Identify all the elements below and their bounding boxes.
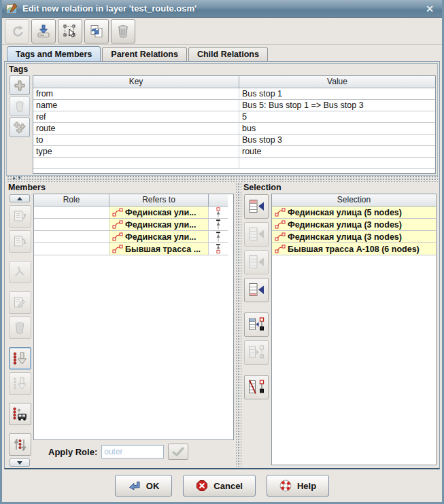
selection-row[interactable]: Фединская улица (3 nodes) [272,231,436,243]
connectivity-cell [209,243,228,255]
select-members-button[interactable] [244,312,269,337]
tag-value[interactable]: Bus 5: Bus stop 1 => Bus stop 3 [239,100,435,111]
cancel-button[interactable]: Cancel [183,475,256,497]
horizontal-splitter[interactable]: ▲▼ [6,176,438,182]
delete-relation-button[interactable] [111,19,135,43]
connectivity-cell [209,231,228,243]
close-icon[interactable]: ✕ [423,3,437,15]
selection-table-empty-area[interactable] [272,255,436,465]
add-selected-after-button[interactable] [9,347,31,370]
select-member-objects-button[interactable] [9,261,31,283]
tag-value[interactable]: bus [239,123,435,134]
selection-row[interactable]: Фединская улица (5 nodes) [272,206,436,219]
tag-key[interactable]: from [33,88,239,100]
way-icon [112,245,123,253]
copy-members-down-button[interactable] [9,230,31,253]
members-table-empty-area[interactable] [34,255,233,439]
tag-key[interactable]: to [33,134,239,146]
tag-key[interactable] [33,158,239,169]
add-selected-at-end-button[interactable] [9,372,31,395]
apply-changes-button[interactable] [31,19,56,43]
refresh-icon [10,24,24,39]
tag-key[interactable]: type [33,146,239,158]
help-lifebuoy-icon [279,480,292,492]
help-button[interactable]: Help [267,475,329,497]
tag-key[interactable]: route [33,123,239,134]
member-row[interactable]: Фединская ули... [34,206,233,219]
selection-item[interactable]: Бывшая трасса А-108 (6 nodes) [272,243,436,255]
tags-table[interactable]: Key Value from Bus stop 1 name Bus 5: Bu… [33,75,436,174]
member-role[interactable] [34,219,109,231]
vertical-splitter[interactable] [236,182,241,467]
ok-button[interactable]: OK [115,475,173,497]
scroll-up-button[interactable] [10,194,30,202]
tags-group: Tags [6,63,438,176]
add-selection-at-start-button[interactable] [244,194,269,219]
remove-selected-members-button[interactable] [244,375,269,399]
member-row[interactable]: Фединская ули... [34,219,233,231]
tag-row[interactable]: route bus [33,123,435,134]
add-selection-before-button[interactable] [244,222,269,247]
selection-table[interactable]: Selection [271,194,437,465]
selection-row[interactable]: Бывшая трасса А-108 (6 nodes) [272,243,436,255]
add-tag-button[interactable] [10,75,30,95]
edit-pencil-icon [12,295,27,310]
reverse-order-button[interactable] [9,433,31,456]
selection-item[interactable]: Фединская улица (5 nodes) [272,206,436,219]
delete-tag-button[interactable] [10,96,30,116]
scroll-down-button[interactable] [10,458,30,467]
selection-row[interactable]: Фединская улица (3 nodes) [272,219,436,231]
select-selection-from-members-button[interactable] [244,340,269,365]
tag-value[interactable] [239,158,435,169]
apply-role-button[interactable] [168,444,188,460]
add-selection-after-button[interactable] [244,250,269,274]
member-row[interactable]: Фединская ули... [34,231,233,243]
paste-tags-button[interactable] [10,118,30,137]
members-link-header [209,194,228,206]
title-bar[interactable]: Edit new relation in layer 'test_route.o… [2,0,442,18]
member-row[interactable]: Бывшая трасса ... [34,243,233,255]
duplicate-relation-button[interactable] [84,19,109,43]
tag-key[interactable]: ref [33,111,239,123]
role-input[interactable] [101,445,164,458]
refresh-button[interactable] [5,19,29,43]
way-icon [112,220,123,229]
add-selection-at-end-button[interactable] [244,278,269,302]
member-refers-to[interactable]: Фединская ули... [109,206,209,219]
tag-value[interactable]: Bus stop 3 [239,134,435,146]
tag-row-empty[interactable] [33,158,435,169]
copy-members-up-button[interactable] [9,205,31,228]
tab-parent-relations[interactable]: Parent Relations [102,47,187,61]
members-group: Members [6,182,236,467]
tag-key[interactable]: name [33,100,239,111]
tags-table-empty-area[interactable] [33,169,435,173]
tag-value[interactable]: 5 [239,111,435,123]
tag-row[interactable]: ref 5 [33,111,435,123]
tab-child-relations[interactable]: Child Relations [188,47,268,61]
select-in-map-icon [63,24,78,39]
tag-value[interactable]: route [239,146,435,158]
splitter-grip-icon[interactable]: ▲▼ [12,175,22,180]
selection-item[interactable]: Фединская улица (3 nodes) [272,231,436,243]
sort-route-members-button[interactable] [9,403,31,425]
member-refers-to[interactable]: Бывшая трасса ... [109,243,209,255]
tab-tags-and-members[interactable]: Tags and Members [7,46,101,61]
members-table[interactable]: Role Refers to [33,194,234,440]
member-role[interactable] [34,206,109,219]
member-refers-to[interactable]: Фединская ули... [109,219,209,231]
tag-row[interactable]: to Bus stop 3 [33,134,435,146]
member-role[interactable] [34,243,109,255]
remove-member-button[interactable] [9,317,31,339]
tag-row[interactable]: type route [33,146,435,158]
tag-row[interactable]: name Bus 5: Bus stop 1 => Bus stop 3 [33,100,435,111]
relation-toolbar [2,18,442,45]
edit-member-button[interactable] [9,291,31,314]
down-arrow-icon [17,461,22,465]
member-refers-to[interactable]: Фединская ули... [109,231,209,243]
tag-row[interactable]: from Bus stop 1 [33,88,435,100]
apply-changes-icon [36,24,51,39]
member-role[interactable] [34,231,109,243]
tag-value[interactable]: Bus stop 1 [239,88,435,100]
selection-item[interactable]: Фединская улица (3 nodes) [272,219,436,231]
select-relation-in-map-button[interactable] [58,19,82,43]
